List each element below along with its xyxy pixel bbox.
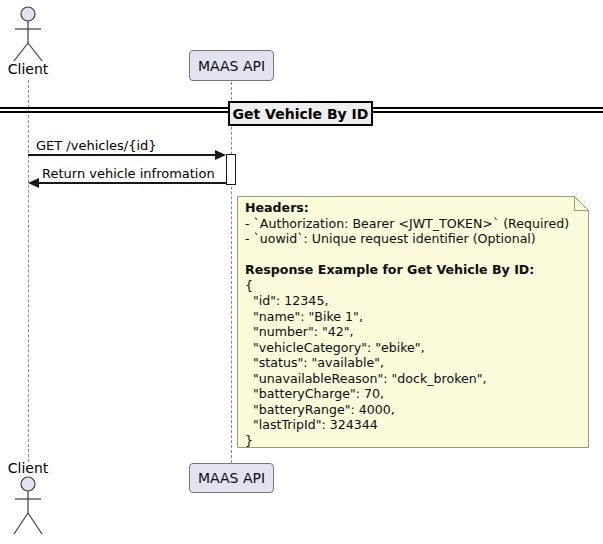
note-line: } xyxy=(245,433,569,449)
note-line: "batteryCharge": 70, xyxy=(245,386,569,402)
note-line xyxy=(245,247,569,263)
participant-label-bottom: MAAS API xyxy=(198,470,265,486)
participant-box-top: MAAS API xyxy=(189,50,274,81)
divider-title: Get Vehicle By ID xyxy=(228,101,373,126)
actor-icon xyxy=(8,476,48,536)
note-line: "number": "42", xyxy=(245,324,569,340)
client-lifeline xyxy=(28,80,29,462)
message-label-response: Return vehicle infromation xyxy=(42,166,215,181)
note-line: "batteryRange": 4000, xyxy=(245,402,569,418)
note-line: - `uowid`: Unique request identifier (Op… xyxy=(245,231,569,247)
note-line: "lastTripId": 324344 xyxy=(245,417,569,433)
note-line: "unavailableReason": "dock_broken", xyxy=(245,371,569,387)
actor-icon xyxy=(8,6,48,62)
note-text: Headers: - `Authorization: Bearer <JWT_T… xyxy=(245,200,569,448)
activation-bar xyxy=(226,154,236,185)
actor-label-top: Client xyxy=(0,61,56,78)
note-line: Response Example for Get Vehicle By ID: xyxy=(245,262,569,278)
message-line-request xyxy=(28,154,218,156)
arrowhead-right-icon xyxy=(215,150,226,160)
note-line: "id": 12345, xyxy=(245,293,569,309)
participant-box-bottom: MAAS API xyxy=(189,463,274,493)
sequence-diagram: Client MAAS API Get Vehicle By ID GET /v… xyxy=(0,0,603,544)
participant-label-top: MAAS API xyxy=(198,58,265,74)
note-line: "status": "available", xyxy=(245,355,569,371)
divider-title-text: Get Vehicle By ID xyxy=(233,106,369,122)
actor-label-bottom: Client xyxy=(0,460,56,477)
message-label-request: GET /vehicles/{id} xyxy=(36,138,157,153)
maas-api-lifeline xyxy=(231,82,232,463)
note-line: Headers: xyxy=(245,200,569,216)
note-line: "vehicleCategory": "ebike", xyxy=(245,340,569,356)
arrowhead-left-icon xyxy=(28,178,39,188)
note-line: "name": "Bike 1", xyxy=(245,309,569,325)
note-line: { xyxy=(245,278,569,294)
note-line: - `Authorization: Bearer <JWT_TOKEN>` (R… xyxy=(245,216,569,232)
note: Headers: - `Authorization: Bearer <JWT_T… xyxy=(237,196,589,448)
message-line-response xyxy=(34,182,226,184)
